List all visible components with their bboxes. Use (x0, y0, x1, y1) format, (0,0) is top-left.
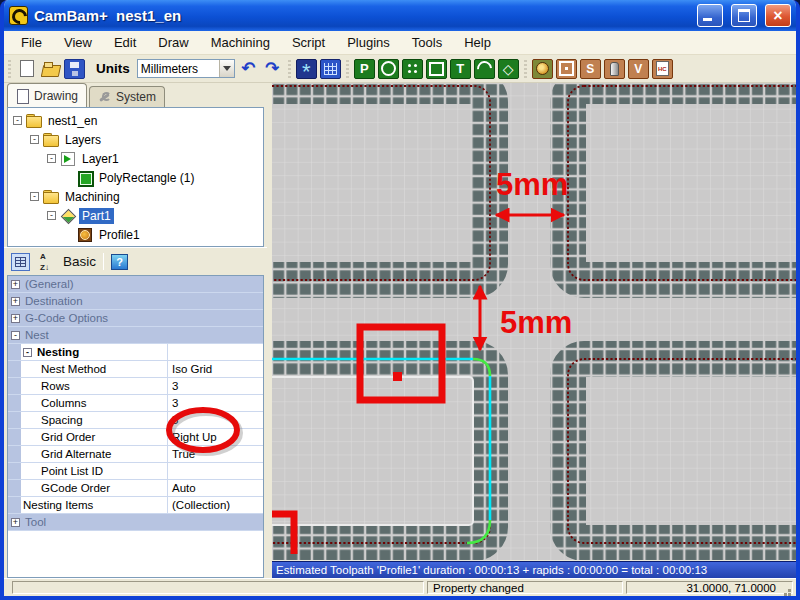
tree-item[interactable]: - Part1 (8, 206, 263, 225)
tree-item[interactable]: - nest1_en (8, 111, 263, 130)
menu-item[interactable]: Machining (200, 32, 281, 53)
units-dropdown-arrow-icon[interactable] (219, 60, 234, 77)
new-file-icon[interactable] (16, 59, 37, 79)
draw-circle-icon[interactable] (378, 59, 399, 79)
profile-icon (77, 228, 92, 241)
draw-arc-icon[interactable] (474, 59, 495, 79)
property-expander[interactable]: + (11, 314, 20, 323)
property-value[interactable]: 3 (167, 378, 263, 394)
tree-item[interactable]: - Layer1 (8, 149, 263, 168)
property-value[interactable]: 3 (167, 395, 263, 411)
mop-vbit-icon[interactable] (628, 59, 649, 79)
property-label: Point List ID (41, 465, 103, 477)
property-value[interactable]: Right Up (167, 429, 263, 445)
property-row[interactable]: Rows 3 (8, 378, 263, 395)
snap-to-grid-icon[interactable] (320, 59, 341, 79)
toolbar-grip[interactable] (288, 60, 291, 78)
property-value[interactable]: 5 (167, 412, 263, 428)
menu-item[interactable]: Draw (147, 32, 199, 53)
page-icon (16, 89, 29, 102)
tree-expander[interactable]: - (30, 135, 39, 144)
close-button[interactable] (765, 4, 791, 27)
property-expander[interactable]: - (11, 331, 20, 340)
tree-item[interactable]: - Layers (8, 130, 263, 149)
property-row[interactable]: - Nest (8, 327, 263, 344)
menu-item[interactable]: Help (453, 32, 502, 53)
property-value[interactable] (167, 463, 263, 479)
property-row[interactable]: Columns 3 (8, 395, 263, 412)
toolbar-grip[interactable] (346, 60, 349, 78)
draw-polyline-icon[interactable] (354, 59, 375, 79)
toolbar-grip[interactable] (8, 60, 11, 78)
menu-item[interactable]: View (53, 32, 103, 53)
tree-expander[interactable]: - (47, 211, 56, 220)
property-row[interactable]: + (General) (8, 276, 263, 293)
mop-engrave-icon[interactable] (580, 59, 601, 79)
mop-drill-icon[interactable] (604, 59, 625, 79)
property-row[interactable]: Grid Order Right Up (8, 429, 263, 446)
property-value[interactable] (167, 344, 263, 360)
units-combobox[interactable]: Millimeters (137, 59, 235, 78)
menu-item[interactable]: Script (281, 32, 336, 53)
menu-item[interactable]: Edit (103, 32, 147, 53)
property-expander[interactable]: - (23, 348, 32, 357)
help-icon[interactable]: ? (111, 254, 128, 270)
tree-item[interactable]: - Machining (8, 187, 263, 206)
toolbar-grip[interactable] (524, 60, 527, 78)
property-row[interactable]: Point List ID (8, 463, 263, 480)
property-row[interactable]: + Tool (8, 514, 263, 531)
mop-profile-icon[interactable] (532, 59, 553, 79)
property-expander[interactable]: + (11, 280, 20, 289)
panel-tab[interactable]: Drawing (7, 83, 87, 107)
tree-expander[interactable]: - (47, 154, 56, 163)
draw-surface-icon[interactable] (498, 59, 519, 79)
property-label: Rows (41, 380, 70, 392)
view-mode-label[interactable]: Basic (63, 254, 96, 269)
save-file-icon[interactable] (64, 59, 85, 79)
property-expander[interactable]: + (11, 518, 20, 527)
tree-expander[interactable]: - (30, 192, 39, 201)
minimize-button[interactable] (697, 4, 723, 27)
property-value[interactable]: True (167, 446, 263, 462)
property-value[interactable]: Iso Grid (167, 361, 263, 377)
property-row[interactable]: Nest Method Iso Grid (8, 361, 263, 378)
property-expander[interactable]: + (11, 297, 20, 306)
draw-point-list-icon[interactable] (402, 59, 423, 79)
maximize-button[interactable] (731, 4, 757, 27)
property-row[interactable]: Nesting Items (Collection) (8, 497, 263, 514)
property-row[interactable]: GCode Order Auto (8, 480, 263, 497)
property-row[interactable]: + G-Code Options (8, 310, 263, 327)
snap-to-points-icon[interactable] (296, 59, 317, 79)
tab-label: System (116, 90, 156, 104)
property-row[interactable]: - Nesting (8, 344, 263, 361)
undo-arrow-icon[interactable] (238, 59, 259, 79)
menu-bar: FileViewEditDrawMachiningScriptPluginsTo… (4, 31, 796, 55)
mop-pocket-icon[interactable] (556, 59, 577, 79)
property-row[interactable]: Spacing 5 (8, 412, 263, 429)
open-file-icon[interactable] (40, 59, 61, 79)
title-bar[interactable]: CamBam+ nest1_en (4, 0, 796, 31)
redo-arrow-icon[interactable] (262, 59, 283, 79)
tree-item[interactable]: PolyRectangle (1) (8, 168, 263, 187)
annotation-dot (393, 372, 402, 381)
property-label: G-Code Options (25, 312, 108, 324)
drawing-canvas[interactable]: 5mm 5mm (272, 83, 796, 560)
mop-gcode-icon[interactable] (652, 59, 673, 79)
property-value[interactable]: Auto (167, 480, 263, 496)
property-value[interactable]: (Collection) (167, 497, 263, 513)
categorized-view-icon[interactable] (11, 253, 30, 271)
tree-item[interactable]: Profile1 (8, 225, 263, 244)
tree-expander[interactable]: - (13, 116, 22, 125)
menu-item[interactable]: Tools (401, 32, 453, 53)
draw-text-icon[interactable] (450, 59, 471, 79)
property-label: GCode Order (41, 482, 110, 494)
menu-item[interactable]: File (10, 32, 53, 53)
cursor-coordinates: 31.0000, 71.0000 (626, 581, 793, 594)
property-row[interactable]: + Destination (8, 293, 263, 310)
menu-item[interactable]: Plugins (336, 32, 401, 53)
property-row[interactable]: Grid Alternate True (8, 446, 263, 463)
draw-rectangle-icon[interactable] (426, 59, 447, 79)
property-label: Grid Order (41, 431, 95, 443)
panel-tab[interactable]: System (89, 86, 165, 107)
alphabetical-sort-icon[interactable] (37, 253, 56, 271)
